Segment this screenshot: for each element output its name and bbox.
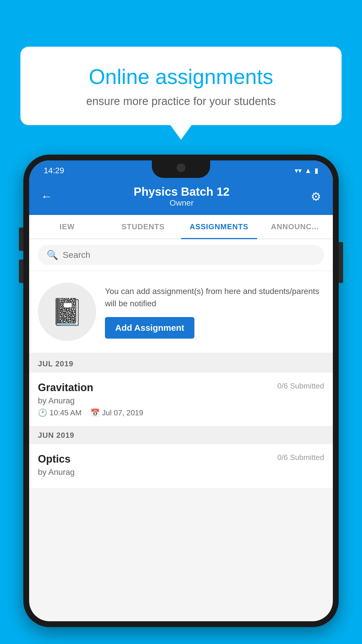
clock-icon: 🕐 [38,408,47,417]
assignment-icon-circle: 📓 [38,283,96,341]
search-input[interactable] [63,250,315,260]
back-button[interactable]: ← [41,190,52,203]
header-center: Physics Batch 12 Owner [52,185,311,208]
tab-students[interactable]: STUDENTS [105,215,181,239]
tabs-bar: IEW STUDENTS ASSIGNMENTS ANNOUNC... [29,215,333,239]
promo-description: You can add assignment(s) from here and … [105,285,324,310]
app-header: ← Physics Batch 12 Owner ⚙ [29,179,333,215]
assignment-name-gravitation: Gravitation [38,382,93,394]
power-button [339,242,343,283]
add-assignment-button[interactable]: Add Assignment [105,317,194,339]
notebook-icon: 📓 [51,297,83,327]
tab-iew[interactable]: IEW [29,215,105,239]
assignment-gravitation[interactable]: Gravitation 0/6 Submitted by Anurag 🕐 10… [29,373,333,426]
volume-up-button [19,228,23,251]
search-container: 🔍 [29,239,333,271]
calendar-icon: 📅 [90,408,100,417]
assignment-meta-gravitation: 🕐 10:45 AM 📅 Jul 07, 2019 [38,408,324,417]
phone-camera [177,163,185,172]
assignment-optics[interactable]: Optics 0/6 Submitted by Anurag [29,444,333,489]
speech-bubble-subtitle: ensure more practice for your students [41,95,321,108]
batch-role: Owner [52,198,311,208]
assignment-date-gravitation: 📅 Jul 07, 2019 [90,408,143,417]
tab-announcements[interactable]: ANNOUNC... [257,215,333,239]
assignment-time-gravitation: 🕐 10:45 AM [38,408,82,417]
search-icon: 🔍 [47,249,58,260]
section-jul-2019: JUL 2019 [29,355,333,373]
promo-section: 📓 You can add assignment(s) from here an… [29,271,333,355]
phone-frame: 14:29 ▾▾ ▲ ▮ ← Physics Batch 12 Owner ⚙ … [23,155,339,644]
batch-title: Physics Batch 12 [52,185,311,198]
wifi-icon: ▾▾ [295,167,302,175]
volume-down-button [19,260,23,283]
phone-screen: 14:29 ▾▾ ▲ ▮ ← Physics Batch 12 Owner ⚙ … [29,160,333,621]
settings-button[interactable]: ⚙ [311,190,321,203]
signal-icon: ▲ [305,167,312,175]
promo-content: You can add assignment(s) from here and … [105,285,324,339]
speech-bubble-title: Online assignments [41,64,321,89]
speech-bubble-section: Online assignments ensure more practice … [20,47,342,125]
speech-bubble-card: Online assignments ensure more practice … [20,47,342,125]
assignment-submitted-gravitation: 0/6 Submitted [277,382,324,391]
assignment-name-optics: Optics [38,453,71,465]
assignment-author-optics: by Anurag [38,468,324,477]
search-wrapper: 🔍 [38,245,324,265]
assignment-submitted-optics: 0/6 Submitted [277,453,324,462]
status-time: 14:29 [44,166,64,175]
section-jun-2019: JUN 2019 [29,426,333,444]
tab-assignments[interactable]: ASSIGNMENTS [181,215,257,239]
battery-icon: ▮ [314,167,318,175]
status-icons: ▾▾ ▲ ▮ [295,167,318,175]
phone-outer: 14:29 ▾▾ ▲ ▮ ← Physics Batch 12 Owner ⚙ … [23,155,339,627]
assignment-author-gravitation: by Anurag [38,396,324,405]
